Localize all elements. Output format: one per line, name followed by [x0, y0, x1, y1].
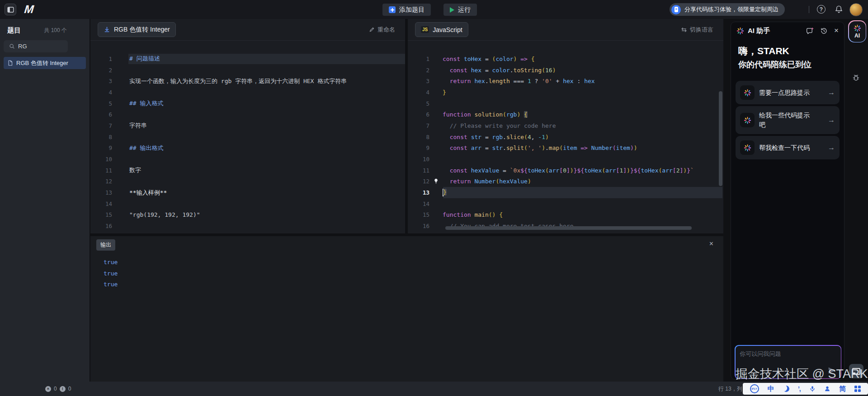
- code-token: :: [574, 78, 584, 84]
- code-token: const: [450, 134, 467, 140]
- markdown-editor[interactable]: 1# 问题描述23实现一个函数，输入为长度为三的 rgb 字符串，返回为十六进制…: [90, 41, 405, 233]
- rename-button[interactable]: 重命名: [366, 25, 398, 34]
- code-token: ): [542, 144, 545, 151]
- output-close-icon[interactable]: [709, 240, 713, 248]
- ai-close-icon[interactable]: [834, 26, 839, 35]
- code-token: arr: [605, 167, 616, 174]
- promo-banner[interactable]: 分享代码练习体验，领限量定制周边: [670, 3, 785, 16]
- ai-rail-label: AI: [854, 33, 860, 39]
- code-token: (: [524, 134, 528, 140]
- code-editor[interactable]: 1const toHex = (color) => {2 const hex =…: [408, 41, 723, 233]
- ai-suggestion-card[interactable]: 需要一点思路提示→: [736, 81, 840, 104]
- code-token: '0': [542, 78, 552, 84]
- jian-icon[interactable]: 简: [839, 385, 846, 393]
- markdown-text: ## 输入格式: [129, 99, 163, 107]
- problem-count: 共 100 个: [44, 27, 67, 34]
- run-button[interactable]: 运行: [443, 4, 477, 16]
- sparkle-icon: [740, 113, 755, 127]
- arrow-right-icon: →: [828, 89, 835, 97]
- code-token: slice: [506, 134, 524, 140]
- chat-window-icon[interactable]: [849, 364, 863, 378]
- code-token: ): [570, 167, 574, 174]
- code-text: function solution(rgb) {: [443, 111, 528, 118]
- zh-icon[interactable]: 中: [768, 385, 774, 393]
- ai-question-input[interactable]: [736, 346, 841, 378]
- code-line: 15function main() {: [408, 210, 723, 221]
- history-icon[interactable]: [820, 27, 828, 35]
- code-token: toString: [514, 67, 542, 74]
- code-line: 9 const arr = str.split(', ').map(item =…: [408, 143, 723, 154]
- code-token: function: [443, 211, 471, 218]
- user-icon[interactable]: [824, 386, 830, 392]
- add-problem-button[interactable]: 添加题目: [382, 4, 431, 16]
- code-line: 3 return hex.length === 1 ? '0' + hex : …: [408, 75, 723, 87]
- code-token: color: [492, 67, 510, 74]
- code-token: 16: [545, 67, 552, 74]
- user-avatar[interactable]: [849, 3, 863, 16]
- code-token: =: [481, 144, 492, 151]
- switch-language-button[interactable]: 切换语言: [678, 25, 716, 34]
- ai-suggestion-card[interactable]: 给我一些代码提示吧→: [736, 106, 840, 134]
- search-value: RG: [18, 43, 27, 50]
- sidebar-toggle-button[interactable]: [5, 4, 16, 15]
- output-line: true: [104, 257, 118, 268]
- new-chat-icon[interactable]: [806, 27, 814, 35]
- code-token: main: [474, 211, 488, 218]
- line-number: 13: [408, 189, 429, 196]
- output-panel: 输出 truetruetrue: [90, 236, 723, 382]
- punct-icon[interactable]: ’,: [798, 385, 801, 392]
- code-line: 10: [408, 154, 723, 165]
- line-number: 9: [90, 144, 112, 151]
- code-token: hex: [563, 78, 573, 84]
- output-tab[interactable]: 输出: [96, 239, 115, 251]
- javascript-icon: JS: [421, 26, 429, 33]
- problems-indicator[interactable]: 0 0: [45, 382, 71, 396]
- search-icon: [9, 43, 15, 49]
- line-number: 12: [408, 178, 429, 185]
- help-icon[interactable]: [817, 5, 826, 14]
- code-token: =: [481, 67, 492, 74]
- code-token: ?: [531, 78, 542, 84]
- markdown-text: # 问题描述: [129, 55, 160, 63]
- grid-icon[interactable]: [854, 386, 861, 392]
- code-token: const: [450, 67, 467, 74]
- code-token: [460, 56, 464, 62]
- ifly-icon[interactable]: iFLY: [750, 384, 759, 393]
- notifications-bell-icon[interactable]: [835, 5, 843, 15]
- sidebar-item-problem[interactable]: RGB 色值转 Integer: [4, 57, 86, 69]
- app-logo[interactable]: M: [24, 3, 34, 16]
- code-token: hex: [474, 78, 485, 84]
- bug-icon[interactable]: [852, 74, 860, 82]
- vertical-scrollbar[interactable]: [719, 91, 722, 186]
- code-token: ]: [566, 167, 570, 174]
- code-token: ${: [520, 167, 528, 174]
- ai-rail-button[interactable]: AI: [848, 20, 866, 42]
- banner-text: 分享代码练习体验，领限量定制周边: [684, 5, 778, 14]
- line-number: 14: [90, 200, 112, 207]
- code-token: split: [506, 144, 524, 151]
- line-number: 5: [408, 100, 429, 107]
- code-token: toHex: [464, 56, 481, 62]
- lightbulb-icon[interactable]: [433, 178, 439, 186]
- play-icon: [450, 7, 454, 13]
- horizontal-scrollbar[interactable]: [445, 226, 692, 230]
- mic-icon[interactable]: [809, 386, 816, 392]
- code-token: ${: [577, 167, 584, 174]
- cursor-position[interactable]: 行 13，列: [718, 382, 742, 396]
- markdown-text: 数字: [129, 166, 141, 174]
- problem-tab[interactable]: RGB 色值转 Integer: [98, 22, 176, 37]
- code-token: arr: [662, 167, 672, 174]
- sidebar-item-label: RGB 色值转 Integer: [16, 59, 68, 67]
- code-token: `: [690, 167, 694, 174]
- code-token: ): [683, 167, 687, 174]
- code-token: [588, 144, 591, 151]
- code-line: 7 // Please write your code here: [408, 120, 723, 131]
- code-token: arr: [471, 144, 481, 151]
- moon-icon[interactable]: [783, 386, 789, 392]
- language-tab[interactable]: JS JavaScript: [415, 22, 468, 37]
- ai-suggestion-card[interactable]: 帮我检查一下代码→: [736, 136, 840, 159]
- code-token: [443, 67, 450, 74]
- arrow-right-icon: →: [828, 144, 835, 152]
- search-input[interactable]: RG: [4, 40, 68, 52]
- send-icon[interactable]: [827, 366, 837, 375]
